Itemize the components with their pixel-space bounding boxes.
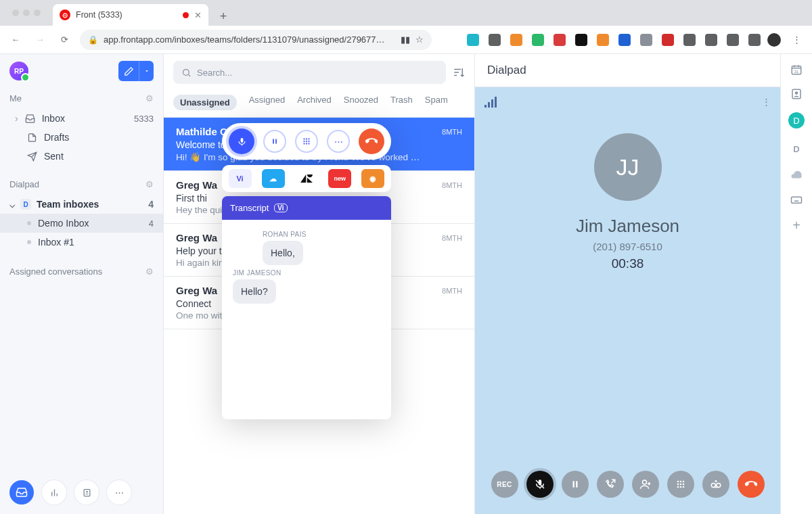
svg-rect-39 [792,197,802,203]
svg-point-32 [682,486,684,488]
forward-button[interactable]: → [31,31,49,49]
mute-toggle-button[interactable] [526,471,554,498]
keypad-button[interactable] [295,130,318,153]
extension-icon[interactable] [575,34,587,46]
extension-icon[interactable] [727,34,739,46]
call-overlay[interactable]: ⋯ Vi ☁ new ◉ Transcript Vi ROHAN PAI [222,123,391,419]
filter-tab-trash[interactable]: Trash [390,95,413,110]
recording-indicator-icon [183,12,189,18]
transcript-panel: Transcript Vi ROHAN PAISHello,JIM JAMESO… [222,196,391,419]
contacts-fab[interactable] [74,480,99,505]
sort-button[interactable] [453,66,465,78]
compose-dropdown[interactable] [139,61,154,81]
pause-button[interactable] [562,471,589,498]
reload-button[interactable]: ⟳ [55,31,73,49]
svg-point-31 [679,486,681,488]
user-avatar[interactable]: RP [9,62,28,80]
extension-icon[interactable] [640,34,652,46]
sidebar-item-inbox1[interactable]: Inbox #1 [0,233,163,252]
salesforce-integration-icon[interactable]: ☁ [262,169,285,188]
calendar-icon[interactable]: 31 [790,64,803,76]
search-input[interactable]: Search... [173,61,446,84]
analytics-fab[interactable] [42,480,66,505]
call-menu-button[interactable]: ⋮ [762,97,771,107]
sidebar-item-drafts[interactable]: Drafts [0,128,163,147]
extension-icon[interactable] [683,34,696,46]
vi-integration-icon[interactable]: Vi [229,169,252,188]
sidebar-item-label: Inbox #1 [38,237,74,248]
more-fab[interactable]: ⋯ [107,480,131,505]
keyboard-icon[interactable] [790,193,803,206]
svg-point-13 [306,143,307,144]
star-icon[interactable]: ☆ [415,34,424,45]
filter-tab-archived[interactable]: Archived [297,95,332,110]
window-controls[interactable] [5,0,47,26]
gear-icon[interactable]: ⚙ [145,93,154,103]
gear-icon[interactable]: ⚙ [145,266,154,277]
sidebar-item-inbox[interactable]: › Inbox 5333 [0,109,163,128]
sidebar-item-sent[interactable]: Sent [0,147,163,166]
dialpad-app-icon[interactable]: D [788,112,805,128]
filter-tab-spam[interactable]: Spam [425,95,448,110]
inbox-fab[interactable] [9,480,34,505]
inbox-count: 5333 [134,114,154,124]
extension-icon[interactable] [618,34,631,46]
svg-point-14 [308,143,309,144]
svg-point-24 [677,481,679,483]
camera-icon[interactable]: ▮▮ [401,34,410,45]
mute-button[interactable] [229,128,254,154]
caller-phone: (201) 897-6510 [593,241,662,252]
extension-icon[interactable] [597,34,609,46]
hold-button[interactable] [263,130,286,153]
new-integration-icon[interactable]: new [328,169,351,188]
add-participant-button[interactable] [632,471,659,498]
dialpad-button[interactable] [667,471,694,498]
compose-button[interactable] [118,61,139,81]
svg-point-1 [86,491,88,493]
extension-icon[interactable] [532,34,544,46]
sidebar-item-demo-inbox[interactable]: Demo Inbox 4 [0,214,163,233]
caller-name: Jim Jameson [576,216,679,237]
extension-icon[interactable] [705,34,717,46]
extension-icon[interactable] [662,34,674,46]
add-app-button[interactable]: + [792,218,800,233]
item-count: 4 [149,218,154,229]
more-button[interactable]: ⋯ [327,130,350,153]
browser-menu-button[interactable]: ⋮ [788,31,805,49]
url-text: app.frontapp.com/inboxes/teams/folders/1… [104,34,395,45]
browser-tab[interactable]: ⊙ Front (5333) ✕ [53,4,208,26]
address-bar[interactable]: 🔒 app.frontapp.com/inboxes/teams/folders… [80,30,432,50]
record-button[interactable]: REC [491,471,518,498]
extension-icon[interactable] [467,34,479,46]
contact-icon[interactable] [790,88,803,100]
team-inboxes-tree[interactable]: ⌵ D Team inboxes 4 [0,195,163,214]
dialpad-secondary-icon[interactable]: D [788,141,805,157]
profile-avatar-icon[interactable] [767,33,781,47]
new-tab-button[interactable]: + [214,7,233,26]
svg-point-23 [642,480,646,484]
end-call-button[interactable] [738,471,765,498]
message-time: 8MTH [442,181,462,189]
gear-icon[interactable]: ⚙ [145,179,154,189]
transfer-button[interactable] [597,471,624,498]
extension-icon[interactable] [554,34,566,46]
message-sender: Greg Wa [176,232,217,243]
extension-icon[interactable] [510,34,522,46]
voicemail-button[interactable] [702,471,729,498]
extension-icon[interactable] [489,34,501,46]
hubspot-integration-icon[interactable]: ◉ [361,169,384,188]
filter-tab-unassigned[interactable]: Unassigned [173,95,237,110]
close-tab-icon[interactable]: ✕ [194,10,202,20]
filter-tab-assigned[interactable]: Assigned [249,95,285,110]
svg-rect-3 [240,137,243,142]
zendesk-integration-icon[interactable] [295,169,318,188]
cloud-icon[interactable] [790,169,803,181]
transcript-bubble: Hello, [263,241,303,265]
filter-tab-snoozed[interactable]: Snoozed [344,95,378,110]
back-button[interactable]: ← [7,31,24,49]
section-me: Me ⚙ [0,88,163,109]
extension-icon[interactable] [748,34,761,46]
draft-icon [27,133,37,143]
svg-rect-21 [572,481,574,487]
hangup-button[interactable] [359,128,384,154]
